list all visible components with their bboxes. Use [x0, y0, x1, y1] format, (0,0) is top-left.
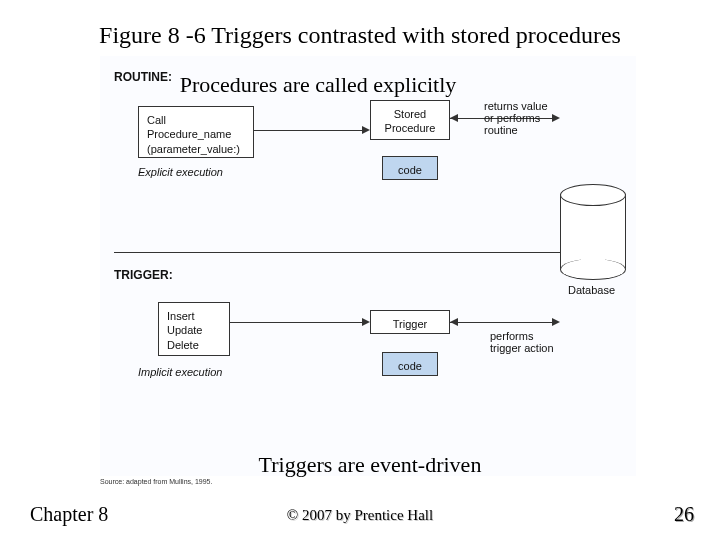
arrow-head-icon [450, 318, 458, 326]
stored-procedure-text: Stored Procedure [385, 108, 436, 134]
source-attribution: Source: adapted from Mullins, 1995. [100, 478, 212, 485]
arrow-head-icon [450, 114, 458, 122]
arrow-trigger-to-db [450, 322, 552, 323]
implicit-caption: Implicit execution [138, 366, 222, 378]
arrow-head-icon [362, 126, 370, 134]
trigger-label: TRIGGER: [114, 268, 173, 282]
arrow-head-icon [552, 318, 560, 326]
figure-title: Figure 8 -6 Triggers contrasted with sto… [0, 22, 720, 49]
events-text: Insert Update Delete [167, 310, 202, 351]
performs-caption: performs trigger action [490, 330, 580, 354]
trigger-box: Trigger [370, 310, 450, 334]
call-box: Call Procedure_name (parameter_value:) [138, 106, 254, 158]
diagram-area: ROUTINE: Call Procedure_name (parameter_… [100, 56, 636, 476]
trigger-code-text: code [398, 360, 422, 372]
routine-annotation: Procedures are called explicitly [118, 72, 518, 98]
database-label: Database [568, 284, 615, 296]
explicit-caption: Explicit execution [138, 166, 223, 178]
slide: Figure 8 -6 Triggers contrasted with sto… [0, 0, 720, 540]
call-box-text: Call Procedure_name (parameter_value:) [147, 114, 240, 155]
page-number: 26 [674, 503, 694, 526]
arrow-events-to-trigger [230, 322, 362, 323]
arrow-head-icon [362, 318, 370, 326]
trigger-text: Trigger [393, 318, 427, 330]
copyright-label: © 2007 by Prentice Hall [0, 507, 720, 524]
section-divider [114, 252, 622, 253]
returns-caption: returns value or performs routine [484, 100, 574, 136]
trigger-annotation: Triggers are event-driven [170, 452, 570, 478]
arrow-call-to-stored [254, 130, 362, 131]
trigger-code-box: code [382, 352, 438, 376]
stored-procedure-box: Stored Procedure [370, 100, 450, 140]
database-icon [560, 184, 626, 280]
routine-code-text: code [398, 164, 422, 176]
routine-code-box: code [382, 156, 438, 180]
events-box: Insert Update Delete [158, 302, 230, 356]
